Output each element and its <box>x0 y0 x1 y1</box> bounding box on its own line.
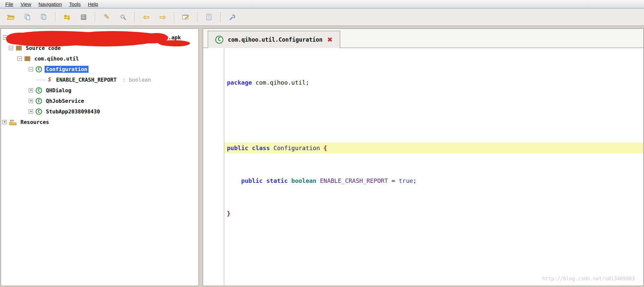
tab-label: com.qihoo.util.Configuration <box>228 36 323 43</box>
class-icon <box>215 36 223 44</box>
wrench-icon <box>229 14 235 20</box>
tree-row-configuration[interactable]: Configuration <box>1 64 198 74</box>
code-token: com.qihoo.util; <box>252 79 309 86</box>
grid-icon <box>81 14 87 20</box>
open-folder-icon <box>7 14 15 20</box>
code-content: package com.qihoo.util; public class Con… <box>224 48 643 286</box>
code-token: public static <box>227 177 288 184</box>
decompiler-window: File View Navigation Tools Help ⇆ ✎ <box>0 0 644 286</box>
save-all-sources-button[interactable] <box>37 11 51 24</box>
tab-configuration[interactable]: com.qihoo.util.Configuration ✖ <box>208 31 340 48</box>
tree-label-source-code: Source code <box>24 45 62 52</box>
code-line-field-decl: public static boolean ENABLE_CRASH_REPOR… <box>224 175 643 186</box>
tree-label-qhdialog: QHDialog <box>45 87 73 94</box>
menu-file[interactable]: File <box>2 1 17 7</box>
code-editor[interactable]: package com.qihoo.util; public class Con… <box>203 48 643 286</box>
code-token: ENABLE_CRASH_REPORT <box>316 177 388 184</box>
csdn-watermark: http://blog.csdn.net/u013409903 <box>542 276 635 282</box>
back-button[interactable]: ⇦ <box>139 11 153 24</box>
tree-row-resources[interactable]: 010 Resources <box>1 117 198 127</box>
menu-bar: File View Navigation Tools Help <box>0 0 644 9</box>
collapse-icon[interactable] <box>3 35 7 40</box>
code-token: } <box>227 210 231 217</box>
save-source-button[interactable] <box>20 11 34 24</box>
tree-row-apk-root[interactable]: .apk <box>1 32 198 43</box>
collapse-icon[interactable] <box>29 67 33 71</box>
tree-row-qhjobservice[interactable]: QhJobService <box>1 96 198 106</box>
open-type-button[interactable] <box>179 11 193 24</box>
expand-icon[interactable] <box>2 120 7 124</box>
field-icon <box>47 77 52 83</box>
forward-arrow-icon: ⇨ <box>160 13 166 21</box>
tree-row-source-code[interactable]: Source code <box>1 43 198 53</box>
code-line-class-decl: public class Configuration { <box>224 143 643 153</box>
open-file-button[interactable] <box>4 11 18 24</box>
tree-row-qhdialog[interactable]: QHDialog <box>1 85 198 96</box>
panel-splitter[interactable] <box>199 28 203 286</box>
class-icon <box>36 66 42 72</box>
expand-icon[interactable] <box>29 88 33 93</box>
forward-button[interactable]: ⇨ <box>156 11 170 24</box>
code-token: Configuration <box>270 144 324 151</box>
tree-row-stubapp[interactable]: StubApp2038098430 <box>1 106 198 117</box>
tree-label-apk: .apk <box>167 34 182 41</box>
report-button[interactable] <box>202 11 216 24</box>
source-package-icon <box>16 46 22 51</box>
tree-label-stubapp: StubApp2038098430 <box>45 108 101 115</box>
copy-pages-icon <box>41 14 47 20</box>
code-line-package: package com.qihoo.util; <box>224 77 643 88</box>
collapse-icon[interactable] <box>18 57 22 61</box>
svg-text:010: 010 <box>10 119 14 122</box>
refresh-button[interactable]: ⇆ <box>60 11 74 24</box>
toolbar-separator <box>220 12 221 22</box>
search-icon <box>120 14 126 20</box>
code-token: ; <box>413 177 417 184</box>
tree-row-field[interactable]: ENABLE_CRASH_REPORT : boolean <box>1 74 198 85</box>
back-arrow-icon: ⇦ <box>143 13 150 21</box>
code-line-blank <box>224 110 643 121</box>
tree-label-qhjobservice: QhJobService <box>45 98 86 104</box>
class-icon <box>36 87 42 94</box>
wizard-button[interactable]: ✎ <box>100 11 114 24</box>
code-token: true <box>395 177 413 184</box>
class-icon <box>36 98 42 104</box>
toolbar: ⇆ ✎ ⇦ ⇨ <box>0 9 644 26</box>
menu-tools[interactable]: Tools <box>66 1 84 7</box>
tree-label-configuration: Configuration <box>45 66 89 73</box>
tree-connector-line <box>37 80 45 80</box>
apk-file-icon <box>10 35 15 40</box>
refresh-arrows-icon: ⇆ <box>64 13 70 21</box>
tab-strip: com.qihoo.util.Configuration ✖ <box>203 29 643 48</box>
collapse-icon[interactable] <box>9 46 13 50</box>
menu-help[interactable]: Help <box>85 1 101 7</box>
tree-label-resources: Resources <box>19 119 51 126</box>
project-tree-panel[interactable]: .apk Source code com.qihoo.util Confi <box>1 28 199 286</box>
code-line-close-brace: } <box>224 208 643 219</box>
main-split: .apk Source code com.qihoo.util Confi <box>0 26 644 286</box>
editor-panel: com.qihoo.util.Configuration ✖ package c… <box>203 28 644 286</box>
menu-view[interactable]: View <box>17 1 34 7</box>
class-icon <box>36 108 42 115</box>
code-token: { <box>324 144 327 151</box>
close-tab-icon[interactable]: ✖ <box>327 36 333 44</box>
expand-icon[interactable] <box>29 109 33 114</box>
toolbar-separator <box>174 12 175 22</box>
toolbar-separator <box>55 12 56 22</box>
resources-folder-icon: 010 <box>9 119 17 125</box>
toolbar-separator <box>134 12 135 22</box>
document-icon <box>206 14 212 20</box>
code-token: public class <box>227 144 270 151</box>
tree-field-type: : boolean <box>119 77 151 83</box>
edit-window-icon <box>182 14 190 20</box>
tree-label-package: com.qihoo.util <box>33 55 80 62</box>
preferences-button[interactable] <box>225 11 239 24</box>
code-token: boolean <box>288 177 316 184</box>
copy-page-icon <box>24 14 31 20</box>
expand-icon[interactable] <box>29 99 33 103</box>
menu-navigation[interactable]: Navigation <box>35 1 65 7</box>
tree-label-field: ENABLE_CRASH_REPORT <box>55 76 118 83</box>
search-button[interactable] <box>116 11 130 24</box>
package-icon <box>24 56 30 61</box>
tree-row-package[interactable]: com.qihoo.util <box>1 53 198 64</box>
grid-view-button[interactable] <box>77 11 90 24</box>
